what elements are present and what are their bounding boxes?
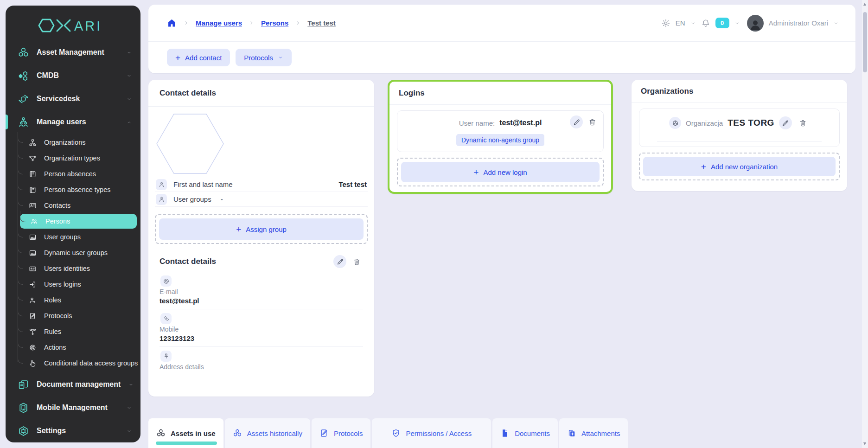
tab-icon (567, 429, 576, 438)
footer-tab[interactable]: Documents (492, 418, 558, 448)
scrollbar-thumb[interactable] (863, 12, 867, 72)
breadcrumb-separator-icon (295, 20, 301, 26)
section-icon (18, 379, 29, 390)
plus-icon: + (236, 225, 241, 234)
card-title: Organizations (632, 80, 847, 103)
add-new-login-button[interactable]: + Add new login (401, 162, 600, 182)
sidebar-subitem[interactable]: Actions (18, 339, 140, 355)
sidebar-section[interactable]: Settings (6, 419, 140, 442)
delete-login-button[interactable] (586, 115, 599, 128)
subitem-icon (29, 359, 37, 367)
avatar[interactable] (747, 15, 764, 32)
sidebar-section[interactable]: Document management (6, 373, 140, 396)
chevron-down-icon (126, 96, 132, 102)
avatar-hexagon-placeholder (155, 112, 374, 177)
subitem-icon (29, 296, 37, 304)
header: Manage users Persons Test test EN 0 Admi… (148, 5, 855, 73)
bell-icon[interactable] (701, 19, 710, 28)
sidebar-subitem[interactable]: Conditional data access groups (18, 355, 140, 371)
subitem-icon (29, 170, 37, 178)
sidebar-subitem[interactable]: Rules (18, 324, 140, 339)
section-icon (18, 47, 29, 58)
subitem-icon (29, 139, 37, 147)
add-new-organization-button[interactable]: + Add new organization (643, 157, 836, 176)
app-logo: ARI (6, 18, 140, 33)
page-scrollbar[interactable] (862, 0, 868, 448)
delete-organization-button[interactable] (797, 116, 810, 129)
sidebar-subitem[interactable]: Protocols (18, 308, 140, 324)
sidebar-section[interactable]: Mobile Management (6, 396, 140, 419)
card-title: Logins (389, 82, 611, 105)
sidebar-nav: Asset Management CMDB Servicedesk Manage… (6, 41, 140, 442)
edit-contact-button[interactable] (333, 255, 346, 268)
chevron-down-icon[interactable] (734, 20, 740, 26)
sidebar-section[interactable]: Servicedesk (6, 87, 140, 110)
user-group-chip[interactable]: Dynamic non-agents group (456, 134, 544, 146)
chevron-down-icon[interactable] (690, 20, 696, 26)
plus-icon: + (175, 53, 180, 62)
subitem-icon (29, 281, 37, 288)
sidebar-section[interactable]: Asset Management (6, 41, 140, 64)
sidebar-subitem[interactable]: Users logins (18, 276, 140, 292)
add-login-dropzone: + Add new login (397, 158, 604, 186)
person-icon (156, 179, 167, 190)
section-icon (18, 425, 29, 437)
footer-tab[interactable]: Assets in use (148, 418, 223, 448)
breadcrumb-link[interactable]: Manage users (196, 19, 242, 27)
gear-icon[interactable] (661, 19, 670, 28)
breadcrumb-link[interactable]: Test test (307, 19, 336, 27)
pencil-icon (781, 119, 789, 127)
chevron-down-icon[interactable] (833, 20, 839, 26)
organizations-card: Organizations Organizacja TES TORG + Add… (632, 80, 847, 191)
sidebar-subitem[interactable]: Person absences (18, 166, 140, 182)
section-icon (18, 402, 29, 414)
sidebar-subitem[interactable]: Organization types (18, 150, 140, 166)
scroll-up-arrow[interactable] (863, 3, 866, 6)
divider (657, 141, 822, 142)
sidebar-subitem[interactable]: Contacts (18, 198, 140, 213)
home-icon[interactable] (167, 18, 177, 28)
subitem-icon (29, 328, 37, 336)
notification-badge[interactable]: 0 (715, 18, 729, 28)
plus-icon: + (701, 162, 706, 171)
contact-entry: E-mail test@test.pl (160, 272, 363, 309)
contact-details-card: Contact details First and last name Test… (148, 80, 374, 397)
sidebar-submenu: Organizations Organization types Person … (18, 134, 140, 371)
subitem-icon (29, 344, 37, 352)
add-contact-button[interactable]: + Add contact (167, 49, 230, 66)
tab-icon (319, 429, 329, 438)
user-name-label: User name: (459, 119, 495, 127)
sidebar-subitem[interactable]: Persons (20, 214, 137, 229)
sidebar-top-items: Asset Management CMDB Servicedesk (6, 41, 140, 110)
subitem-icon (29, 202, 37, 210)
language-selector[interactable]: EN (676, 19, 685, 27)
delete-contact-button[interactable] (350, 255, 363, 268)
sidebar-subitem[interactable]: Dynamic user groups (18, 245, 140, 261)
subitem-icon (29, 233, 37, 241)
sidebar-subitem[interactable]: Roles (18, 292, 140, 308)
edit-login-button[interactable] (570, 115, 583, 128)
scroll-down-arrow[interactable] (863, 442, 866, 445)
protocols-button[interactable]: Protocols (236, 49, 292, 66)
sidebar-subitem[interactable]: Users identities (18, 261, 140, 276)
footer-tab[interactable]: Permissions / Access (372, 418, 491, 448)
chevron-down-icon (126, 405, 132, 411)
subitem-icon (30, 218, 38, 225)
contact-row: First and last name Test test (155, 177, 368, 192)
add-organization-dropzone: + Add new organization (639, 153, 840, 180)
breadcrumb-link[interactable]: Persons (261, 19, 288, 27)
chevron-up-icon (126, 119, 132, 125)
sidebar-section-manage-users[interactable]: Manage users (6, 110, 140, 134)
organization-label: Organizacja (686, 119, 723, 127)
sidebar-section[interactable]: CMDB (6, 64, 140, 87)
sidebar-subitem[interactable]: User groups (18, 229, 140, 245)
footer-tab[interactable]: Protocols (312, 418, 371, 448)
footer-tab[interactable]: Attachments (559, 418, 628, 448)
edit-organization-button[interactable] (779, 116, 792, 129)
assign-group-button[interactable]: + Assign group (159, 218, 364, 240)
footer-tab[interactable]: Assets historically (225, 418, 310, 448)
sidebar-subitem[interactable]: Organizations (18, 134, 140, 150)
user-name: Administrator Oxari (769, 19, 828, 27)
sidebar-subitem[interactable]: Person absence types (18, 182, 140, 198)
logo-text: ARI (74, 19, 102, 33)
